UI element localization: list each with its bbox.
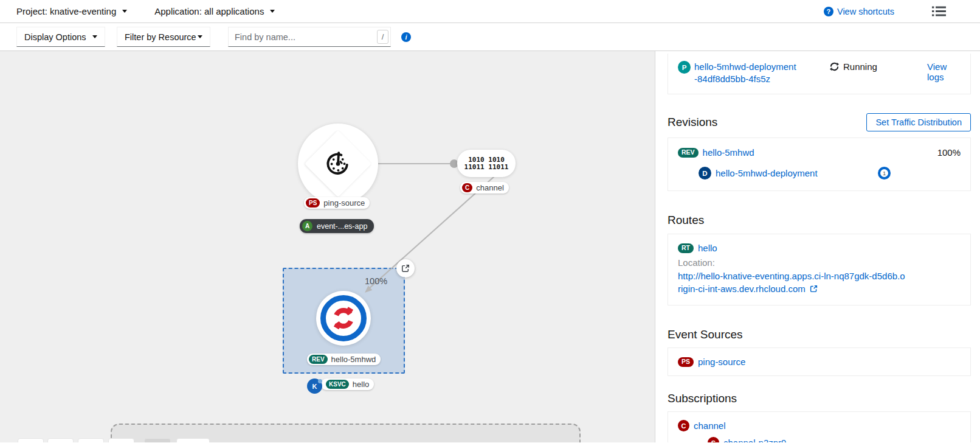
knative-service-icon: K: [307, 378, 322, 394]
ping-source-node-label[interactable]: PS ping-source: [304, 197, 370, 209]
knative-icon-dot: [318, 379, 322, 383]
channel-node-label[interactable]: C channel: [460, 182, 509, 194]
knative-k-letter: K: [312, 383, 317, 390]
info-icon[interactable]: i: [401, 32, 411, 42]
application-selector-label: Application: all applications: [154, 6, 264, 16]
application-group-label[interactable]: A event-...es-app: [300, 219, 374, 233]
topology-canvas[interactable]: PS ping-source A event-...es-app 1010 10…: [0, 51, 980, 442]
binary-icon-row2: 11011 11011: [464, 164, 509, 171]
view-logs-link[interactable]: View logs: [927, 61, 961, 82]
binary-icon-row1: 1010 1010: [468, 156, 505, 164]
project-bar: Project: knative-eventing Application: a…: [0, 0, 980, 23]
subscription-link[interactable]: channel-p3zpr9: [723, 438, 786, 442]
chevron-down-icon: [270, 10, 275, 13]
route-badge: RT: [678, 243, 694, 253]
subscriptions-card: C channel S channel-p3zpr9: [668, 411, 971, 442]
routes-card: RT hello Location: http://hello-knative-…: [668, 234, 971, 305]
list-view-icon: [932, 6, 946, 16]
ksvc-badge: KSVC: [326, 380, 349, 389]
application-name: event-...es-app: [317, 222, 367, 231]
list-view-toggle-button[interactable]: [932, 6, 946, 16]
view-shortcuts-label: View shortcuts: [837, 7, 894, 16]
project-selector-label: Project: knative-eventing: [16, 6, 116, 16]
revision-node-ring: [320, 295, 367, 341]
zoom-in-button[interactable]: [18, 438, 44, 442]
revision-link[interactable]: hello-5mhwd: [703, 147, 754, 158]
open-url-decorator[interactable]: [396, 259, 415, 277]
chevron-down-icon: [122, 10, 127, 13]
subscription-badge: S: [708, 437, 719, 442]
knative-service-label[interactable]: KSVC hello: [321, 378, 374, 390]
chevron-down-icon: [92, 35, 97, 38]
event-sources-card: PS ping-source: [668, 347, 971, 376]
details-sidebar: P hello-5mhwd-deployment-84df8dd5bb-4fs5…: [655, 51, 980, 442]
pod-status-text: Running: [843, 61, 877, 72]
ksvc-name: hello: [353, 380, 369, 389]
application-badge: A: [302, 221, 312, 231]
openshift-logo-icon: [331, 305, 356, 331]
pod-row: P hello-5mhwd-deployment-84df8dd5bb-4fs5…: [668, 54, 971, 94]
channel-link[interactable]: channel: [694, 420, 726, 431]
find-by-name-input[interactable]: [228, 27, 391, 47]
legend-button[interactable]: [144, 438, 171, 442]
zoom-out-button[interactable]: [47, 438, 74, 442]
revisions-heading: Revisions: [668, 116, 717, 129]
timer-clock-icon: [324, 149, 352, 177]
revision-badge: REV: [309, 355, 328, 364]
rev-badge: REV: [678, 148, 699, 158]
channel-node[interactable]: 1010 1010 11011 11011: [457, 150, 516, 177]
route-link[interactable]: hello: [698, 243, 717, 253]
sync-running-icon: [830, 62, 839, 71]
route-url-link[interactable]: http://hello-knative-eventing.apps.ci-ln…: [678, 271, 905, 294]
pod-link[interactable]: hello-5mhwd-deployment-84df8dd5bb-4fs5z: [694, 61, 799, 85]
channel-badge: C: [462, 183, 472, 192]
application-selector[interactable]: Application: all applications: [154, 6, 275, 16]
revision-traffic-percent: 100%: [937, 147, 961, 158]
topology-toolbar: Display Options Filter by Resource / i: [0, 23, 980, 51]
traffic-percent-label: 100%: [365, 276, 387, 286]
question-circle-icon: ?: [824, 7, 833, 16]
filter-by-resource-label: Filter by Resource: [125, 32, 196, 42]
revision-name: hello-5mhwd: [331, 355, 376, 364]
routes-heading: Routes: [668, 214, 971, 227]
revision-node-label[interactable]: REV hello-5mhwd: [307, 354, 381, 365]
pod-count-donut: 1: [878, 167, 891, 180]
ping-source-name: ping-source: [323, 198, 365, 208]
ping-source-link[interactable]: ping-source: [698, 357, 745, 367]
reset-view-button[interactable]: [108, 438, 134, 442]
location-label: Location:: [678, 257, 961, 268]
view-shortcuts-link[interactable]: ? View shortcuts: [824, 7, 894, 16]
deployment-badge: D: [699, 167, 711, 180]
ping-source-badge: PS: [678, 357, 694, 367]
ping-source-badge: PS: [306, 198, 320, 208]
find-by-name-field-wrap: /: [228, 27, 391, 47]
external-link-icon: [401, 264, 410, 273]
fit-to-screen-button[interactable]: [78, 438, 104, 442]
chevron-down-icon: [198, 35, 202, 38]
display-options-label: Display Options: [24, 32, 86, 42]
channel-name: channel: [476, 183, 504, 192]
pod-badge: P: [678, 61, 691, 74]
set-traffic-distribution-button[interactable]: Set Traffic Distribution: [866, 113, 971, 131]
channel-badge: C: [678, 420, 689, 431]
project-selector[interactable]: Project: knative-eventing: [16, 6, 127, 16]
external-link-icon[interactable]: [810, 285, 818, 293]
revisions-card: REV hello-5mhwd 100% D hello-5mhwd-deplo…: [668, 138, 971, 191]
display-options-dropdown[interactable]: Display Options: [16, 27, 105, 47]
slash-shortcut-key: /: [377, 30, 388, 44]
deployment-link[interactable]: hello-5mhwd-deployment: [716, 168, 818, 178]
subscriptions-heading: Subscriptions: [668, 392, 971, 405]
topology-control-button[interactable]: [176, 438, 210, 442]
filter-by-resource-dropdown[interactable]: Filter by Resource: [117, 27, 210, 47]
event-sources-heading: Event Sources: [668, 328, 971, 341]
